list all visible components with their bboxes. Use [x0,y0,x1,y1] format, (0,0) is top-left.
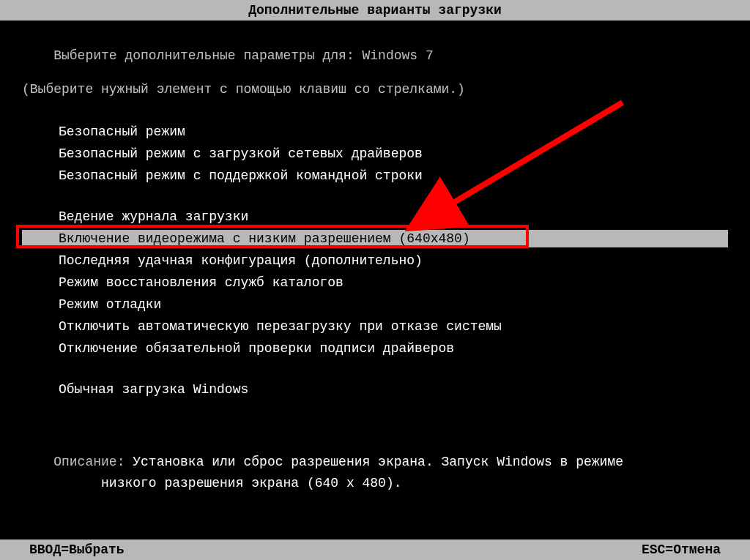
title-text: Дополнительные варианты загрузки [248,3,502,18]
menu-spacer [59,362,728,381]
footer-enter-hint: ВВОД=Выбрать [29,542,125,557]
description-block: Описание: Установка или сброс разрешения… [22,430,728,515]
menu-spacer [59,189,728,208]
boot-option[interactable]: Режим восстановления служб каталогов [59,274,728,291]
boot-option[interactable]: Отключить автоматическую перезагрузку пр… [59,318,728,335]
boot-option[interactable]: Безопасный режим [59,123,728,141]
boot-option[interactable]: Режим отладки [59,296,728,313]
boot-option[interactable]: Отключение обязательной проверки подписи… [59,340,728,357]
content-area: Выберите дополнительные параметры для: W… [0,20,750,515]
boot-option[interactable]: Последняя удачная конфигурация (дополнит… [59,252,728,269]
title-bar: Дополнительные варианты загрузки [0,0,750,20]
boot-option[interactable]: Включение видеорежима с низким разрешени… [22,230,728,247]
boot-option[interactable]: Обычная загрузка Windows [59,381,728,398]
prompt-os: Windows 7 [363,48,434,63]
prompt-line-2: (Выберите нужный элемент с помощью клави… [22,82,728,97]
boot-option[interactable]: Безопасный режим с поддержкой командной … [59,167,728,184]
prompt-line-1: Выберите дополнительные параметры для: W… [22,34,728,78]
boot-menu: Безопасный режимБезопасный режим с загру… [59,123,728,398]
footer-esc-hint: ESC=Отмена [642,542,721,557]
prompt-prefix: Выберите дополнительные параметры для: [53,48,362,63]
footer-bar: ВВОД=Выбрать ESC=Отмена [0,540,750,560]
boot-option[interactable]: Ведение журнала загрузки [59,208,728,225]
description-label: Описание: [53,455,133,469]
boot-option[interactable]: Безопасный режим с загрузкой сетевых дра… [59,145,728,163]
